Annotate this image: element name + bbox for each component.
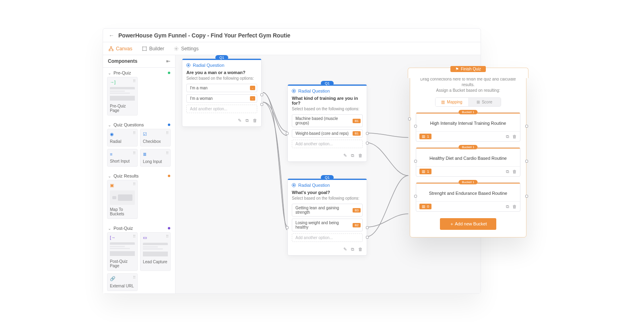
trash-icon[interactable]: 🗑	[512, 134, 517, 139]
output-port[interactable]	[525, 160, 528, 163]
section-questions[interactable]: ⌄Quiz Questions	[103, 120, 175, 129]
score-icon: ⊞	[477, 100, 480, 104]
option-row[interactable]: Getting lean and gaining strengthB3	[292, 204, 363, 217]
copy-icon[interactable]: ⧉	[506, 169, 509, 174]
radial-icon	[186, 63, 190, 67]
output-port[interactable]	[260, 103, 263, 106]
input-port[interactable]	[414, 160, 417, 163]
component-long-input[interactable]: ≣⠿Long Input	[140, 149, 171, 167]
component-postquiz-page[interactable]: [→⠿Post-Quiz Page	[107, 232, 138, 271]
option-row[interactable]: I'm a woman-	[186, 94, 257, 103]
edit-icon[interactable]: ✎	[343, 153, 347, 158]
sitemap-icon	[109, 46, 114, 51]
bucket-tag: Bucket 1	[458, 110, 477, 114]
add-bucket-button[interactable]: ＋ Add new Bucket	[440, 218, 496, 230]
bucket-card[interactable]: Bucket 1 Healthy Diet and Cardio Based R…	[416, 147, 520, 177]
output-port[interactable]	[366, 236, 369, 239]
finish-quiz-panel[interactable]: ⚑Finish Quiz Drag connections here to fi…	[410, 69, 526, 237]
tab-canvas[interactable]: Canvas	[109, 46, 132, 52]
input-port[interactable]	[286, 132, 289, 135]
gear-icon	[174, 46, 179, 51]
option-row[interactable]: Machine based (muscle groups)B1	[292, 114, 363, 127]
svg-point-4	[142, 46, 143, 47]
tab-settings[interactable]: Settings	[174, 46, 198, 52]
output-port[interactable]	[366, 132, 369, 135]
trash-icon[interactable]: 🗑	[512, 204, 517, 209]
output-port[interactable]	[525, 125, 528, 128]
copy-icon[interactable]: ⧉	[246, 118, 249, 123]
add-option[interactable]: Add another option...	[292, 140, 363, 148]
section-results[interactable]: ⌄Quiz Results	[103, 171, 175, 180]
component-lead-capture[interactable]: ▭⠿Lead Capture	[140, 232, 171, 271]
trash-icon[interactable]: 🗑	[358, 247, 363, 252]
svg-rect-3	[142, 47, 146, 50]
input-port[interactable]	[414, 195, 417, 198]
input-port[interactable]	[414, 125, 417, 128]
output-port[interactable]	[366, 226, 369, 229]
input-port[interactable]	[286, 226, 289, 229]
back-arrow-icon[interactable]: ←	[109, 32, 114, 39]
add-option[interactable]: Add another option...	[292, 233, 363, 242]
drag-icon: ⠿	[133, 79, 136, 83]
edit-icon[interactable]: ✎	[343, 247, 347, 252]
component-map-to-buckets[interactable]: ▣⠿Map To Buckets	[107, 180, 138, 219]
section-postquiz[interactable]: ⌄Post-Quiz	[103, 223, 175, 232]
option-row[interactable]: Weight-based (core and reps)B1	[292, 129, 363, 138]
trash-icon[interactable]: 🗑	[253, 118, 257, 123]
svg-point-7	[146, 50, 147, 51]
bucket-tag: Bucket 1	[458, 180, 477, 184]
section-prequiz[interactable]: ⌄Pre-Quiz	[103, 68, 175, 77]
result-mode-segmented[interactable]: ▥Mapping ⊞Score	[435, 97, 501, 107]
components-sidebar: Components ⇤ ⌄Pre-Quiz →]⠿Pre-Quiz Page …	[103, 55, 175, 293]
output-port[interactable]	[260, 93, 263, 96]
svg-rect-1	[109, 50, 110, 51]
svg-rect-0	[111, 46, 112, 47]
component-short-input[interactable]: ≡⠿Short Input	[107, 149, 138, 167]
page-title: PowerHouse Gym Funnel - Copy - Find Your…	[118, 32, 290, 39]
copy-icon[interactable]: ⧉	[506, 134, 509, 139]
svg-point-5	[146, 46, 147, 47]
canvas-node-q2[interactable]: Q1 Radial Question What kind of training…	[287, 84, 367, 162]
copy-icon[interactable]: ⧉	[506, 204, 509, 209]
frame-icon	[142, 46, 147, 51]
collapse-sidebar-icon[interactable]: ⇤	[166, 58, 170, 64]
tab-builder[interactable]: Builder	[142, 46, 164, 52]
svg-point-6	[142, 50, 143, 51]
edit-icon[interactable]: ✎	[238, 118, 242, 123]
tab-builder-label: Builder	[149, 46, 164, 52]
map-icon: ▥	[441, 100, 445, 104]
tab-canvas-label: Canvas	[116, 46, 132, 52]
canvas-node-q1[interactable]: Q1 Radial Question Are you a man or a wo…	[182, 58, 262, 127]
bucket-count: ▥0	[419, 204, 431, 209]
trash-icon[interactable]: 🗑	[512, 169, 517, 174]
component-checkbox[interactable]: ☑⠿Checkbox	[140, 129, 171, 147]
component-radial[interactable]: ◉⠿Radial	[107, 129, 138, 147]
option-row[interactable]: I'm a man-	[186, 84, 257, 92]
radial-icon	[292, 89, 296, 93]
bucket-card[interactable]: Bucket 1 High Intensity Interval Trainin…	[416, 112, 520, 142]
trash-icon[interactable]: 🗑	[358, 153, 363, 158]
seg-mapping[interactable]: ▥Mapping	[436, 98, 468, 106]
output-port[interactable]	[525, 195, 528, 198]
tab-settings-label: Settings	[181, 46, 198, 52]
bucket-tag: Bucket 1	[458, 145, 477, 149]
finish-tag: ⚑Finish Quiz	[450, 66, 486, 72]
bucket-card[interactable]: Bucket 1 Strenght and Endurance Based Ro…	[416, 182, 520, 212]
node-tag: Q1	[321, 175, 334, 180]
output-port[interactable]	[366, 142, 369, 144]
option-row[interactable]: Losing weight and being healthyB2	[292, 219, 363, 231]
canvas-node-q3[interactable]: Q1 Radial Question What's your goal? Sel…	[287, 178, 367, 256]
input-port[interactable]	[408, 118, 411, 120]
finish-help: Drag connections here to finish the quiz…	[416, 76, 520, 93]
bucket-title: Healthy Diet and Cardio Based Routine	[416, 148, 520, 166]
bucket-count: ▥1	[419, 134, 431, 139]
seg-score[interactable]: ⊞Score	[468, 98, 501, 106]
copy-icon[interactable]: ⧉	[351, 153, 354, 158]
component-external-url[interactable]: 🔗⠿External URL	[107, 273, 138, 291]
node-question: What kind of training are you in for?	[292, 96, 363, 105]
component-prequiz-page[interactable]: →]⠿Pre-Quiz Page	[107, 77, 138, 116]
copy-icon[interactable]: ⧉	[351, 247, 354, 252]
bucket-count: ▥1	[419, 169, 431, 174]
add-option[interactable]: Add another option...	[186, 105, 257, 113]
node-question: Are you a man or a woman?	[186, 70, 257, 75]
